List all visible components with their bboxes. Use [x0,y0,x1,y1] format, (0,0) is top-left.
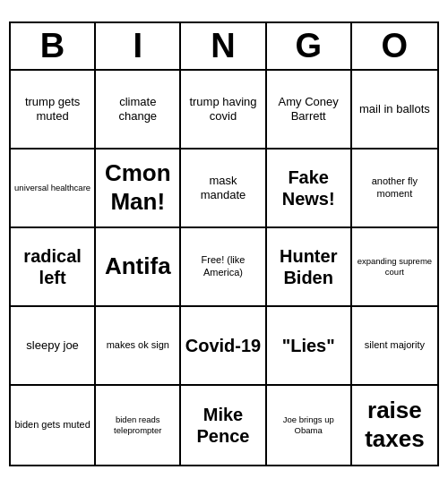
bingo-cell-1: climate change [96,71,181,150]
bingo-cell-6: Cmon Man! [96,150,181,228]
bingo-letter-G: G [267,23,352,69]
bingo-cell-4: mail in ballots [352,71,437,150]
cell-text-21: biden reads teleprompter [99,414,176,435]
cell-text-3: Amy Coney Barrett [271,95,347,123]
cell-text-1: climate change [99,95,176,123]
bingo-cell-23: Joe brings up Obama [267,386,352,465]
bingo-cell-0: trump gets muted [11,71,96,150]
bingo-cell-9: another fly moment [352,150,437,228]
bingo-cell-24: raise taxes [352,386,437,465]
cell-text-5: universal healthcare [14,183,90,192]
bingo-cell-17: Covid-19 [181,307,266,386]
bingo-cell-13: Hunter Biden [267,228,352,307]
bingo-cell-12: Free! (like America) [181,228,266,307]
bingo-cell-11: Antifa [96,228,181,307]
bingo-cell-2: trump having covid [181,71,266,150]
cell-text-9: another fly moment [356,175,434,199]
bingo-letter-N: N [181,23,266,69]
bingo-header: BINGO [11,23,437,71]
cell-text-2: trump having covid [185,95,261,123]
cell-text-20: biden gets muted [14,419,90,431]
cell-text-11: Antifa [105,252,171,280]
bingo-cell-10: radical left [11,228,96,307]
cell-text-14: expanding supreme court [356,256,434,277]
cell-text-10: radical left [14,245,90,288]
bingo-cell-15: sleepy joe [11,307,96,386]
bingo-cell-21: biden reads teleprompter [96,386,181,465]
cell-text-16: makes ok sign [107,339,169,351]
bingo-letter-I: I [96,23,181,69]
cell-text-13: Hunter Biden [271,245,347,288]
cell-text-22: Mike Pence [185,404,261,447]
cell-text-18: "Lies" [282,335,335,356]
bingo-cell-7: mask mandate [181,150,266,228]
cell-text-0: trump gets muted [14,95,90,123]
bingo-cell-14: expanding supreme court [352,228,437,307]
cell-text-15: sleepy joe [26,338,79,353]
bingo-grid: trump gets mutedclimate changetrump havi… [11,71,437,465]
cell-text-23: Joe brings up Obama [271,414,347,435]
bingo-cell-16: makes ok sign [96,307,181,386]
cell-text-12: Free! (like America) [185,254,261,278]
bingo-cell-5: universal healthcare [11,150,96,228]
cell-text-24: raise taxes [356,397,434,452]
cell-text-8: Fake News! [271,167,347,209]
bingo-letter-B: B [11,23,96,69]
bingo-cell-3: Amy Coney Barrett [267,71,352,150]
bingo-cell-8: Fake News! [267,150,352,228]
cell-text-4: mail in ballots [359,102,430,116]
cell-text-17: Covid-19 [185,335,261,356]
cell-text-6: Cmon Man! [99,159,176,215]
cell-text-7: mask mandate [185,174,261,201]
cell-text-19: silent majority [365,339,425,351]
bingo-cell-19: silent majority [352,307,437,386]
bingo-letter-O: O [352,23,437,69]
bingo-cell-18: "Lies" [267,307,352,386]
bingo-cell-22: Mike Pence [181,386,266,465]
bingo-card: BINGO trump gets mutedclimate changetrum… [9,21,439,466]
bingo-cell-20: biden gets muted [11,386,96,465]
